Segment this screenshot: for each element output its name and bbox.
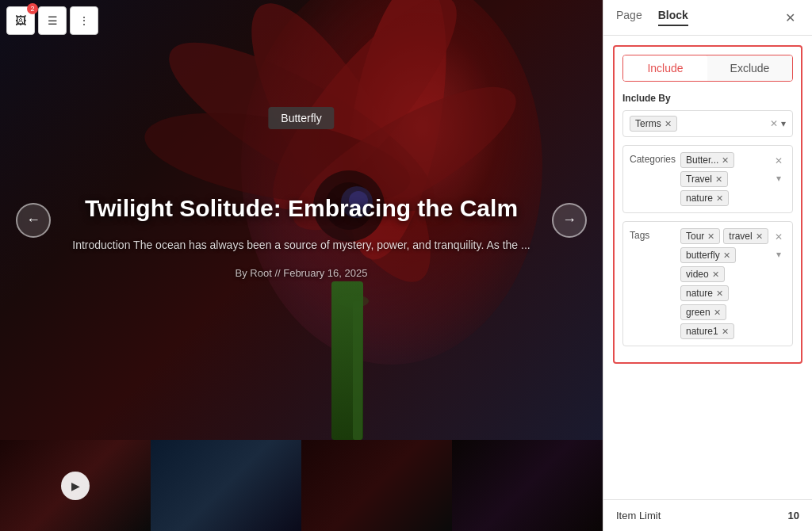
tag-chip-tour[interactable]: Tour ✕ [680, 228, 720, 244]
more-icon: ⋮ [79, 14, 90, 27]
badge-count: 2 [27, 3, 38, 14]
tag-chip-nature-label: nature [686, 288, 713, 299]
next-icon: → [562, 212, 576, 228]
tags-clear-icon[interactable]: ✕ [772, 230, 786, 244]
tag-chip-butterfly-remove[interactable]: ✕ [723, 251, 730, 260]
categories-filter-box: Categories Butter... ✕ Travel ✕ nature ✕ [622, 145, 793, 213]
hero-description: Introduction The ocean has always been a… [72, 236, 530, 254]
tag-chip-travel-remove[interactable]: ✕ [756, 232, 763, 241]
hero-meta: By Root // February 16, 2025 [72, 267, 530, 279]
terms-chip-remove[interactable]: ✕ [665, 120, 672, 128]
hero-title: Twilight Solitude: Embracing the Calm [72, 193, 530, 223]
tag-chip-green-remove[interactable]: ✕ [714, 308, 721, 317]
hero-content: Twilight Solitude: Embracing the Calm In… [9, 193, 593, 278]
terms-chip-label: Terms [635, 118, 661, 129]
thumb-3[interactable] [301, 440, 452, 531]
categories-clear-icon[interactable]: ✕ [772, 154, 786, 168]
tag-chip-nature-remove[interactable]: ✕ [716, 289, 723, 298]
tag-chip-butterfly-label: butterfly [686, 250, 720, 261]
tag-chip-travel[interactable]: travel ✕ [723, 228, 768, 244]
panel-body: Include Exclude Include By Terms ✕ ✕ ▾ C… [603, 36, 812, 499]
tab-block[interactable]: Block [658, 9, 688, 26]
tag-chip-video-label: video [686, 269, 709, 280]
svg-rect-10 [353, 301, 362, 440]
tag-chip-travel-label: travel [729, 231, 752, 242]
tag-chip-butterfly[interactable]: butterfly ✕ [680, 247, 736, 263]
tags-chips-area: Tour ✕ travel ✕ butterfly ✕ video [680, 228, 768, 339]
thumb-2-bg [151, 440, 301, 531]
include-by-dropdown[interactable]: ▾ [781, 118, 786, 129]
include-by-clear[interactable]: ✕ [770, 118, 778, 129]
tag-chip-nature1-remove[interactable]: ✕ [722, 327, 729, 336]
tag-chip-nature1[interactable]: nature1 ✕ [680, 323, 734, 339]
prev-icon: ← [26, 212, 40, 228]
thumb-4-bg [452, 440, 603, 531]
include-by-label: Include By [622, 93, 793, 104]
category-chip-2-label: nature [686, 193, 713, 204]
thumb-2[interactable] [151, 440, 301, 531]
tag-chip-tour-label: Tour [686, 231, 704, 242]
include-exclude-toggle: Include Exclude [622, 55, 793, 82]
thumb-3-bg [301, 440, 452, 531]
category-chip-0-label: Butter... [686, 155, 718, 166]
thumb-1[interactable]: ▶ [0, 440, 151, 531]
terms-chip[interactable]: Terms ✕ [630, 116, 677, 132]
include-by-row: Terms ✕ ✕ ▾ [622, 110, 793, 137]
categories-filter-header: Categories Butter... ✕ Travel ✕ nature ✕ [623, 146, 792, 212]
panel-footer: Item Limit 10 [603, 499, 812, 531]
more-options-btn[interactable]: ⋮ [70, 6, 98, 35]
right-panel: Page Block ✕ Include Exclude Include By … [603, 0, 812, 531]
align-icon-btn[interactable]: ☰ [38, 6, 67, 35]
thumb-4[interactable] [452, 440, 603, 531]
tag-chip-video[interactable]: video ✕ [680, 266, 725, 282]
item-limit-value: 10 [788, 510, 799, 521]
panel-tabs: Page Block [616, 9, 688, 26]
exclude-toggle-btn[interactable]: Exclude [707, 55, 792, 81]
tag-chip-green[interactable]: green ✕ [680, 304, 726, 320]
item-limit-label: Item Limit [616, 510, 661, 521]
left-panel: 🖼 2 ☰ ⋮ [0, 0, 603, 531]
align-icon: ☰ [48, 14, 58, 27]
tag-chip-video-remove[interactable]: ✕ [712, 270, 719, 279]
category-chip-1[interactable]: Travel ✕ [680, 171, 728, 187]
tag-chip-nature1-label: nature1 [686, 326, 718, 337]
categories-label: Categories [630, 152, 677, 165]
hero-area: Butterfly ← → Twilight Solitude: Embraci… [0, 0, 603, 440]
toolbar: 🖼 2 ☰ ⋮ [6, 6, 98, 35]
toolbar-btn-1-wrap: 🖼 2 [6, 6, 35, 35]
play-button[interactable]: ▶ [61, 472, 90, 500]
next-arrow[interactable]: → [552, 203, 587, 238]
tags-filter-box: Tags Tour ✕ travel ✕ butterfly ✕ [622, 221, 793, 346]
panel-header: Page Block ✕ [603, 0, 812, 36]
tag-chip-nature[interactable]: nature ✕ [680, 285, 729, 301]
categories-chips-area: Butter... ✕ Travel ✕ nature ✕ [680, 152, 768, 206]
category-chip-0-remove[interactable]: ✕ [722, 156, 729, 165]
image-icon: 🖼 [15, 14, 26, 27]
tag-chip-tour-remove[interactable]: ✕ [707, 232, 714, 241]
tab-page[interactable]: Page [616, 9, 642, 26]
categories-actions: ✕ ▾ [772, 154, 786, 185]
category-chip-1-label: Travel [686, 174, 712, 185]
svg-point-11 [337, 295, 369, 308]
tags-label: Tags [630, 228, 677, 241]
include-section-box: Include Exclude Include By Terms ✕ ✕ ▾ C… [613, 45, 802, 364]
tags-dropdown-icon[interactable]: ▾ [772, 247, 786, 262]
butterfly-label: Butterfly [268, 107, 334, 129]
image-icon-btn[interactable]: 🖼 2 [6, 6, 35, 35]
include-toggle-btn[interactable]: Include [622, 55, 709, 82]
tag-chip-green-label: green [686, 307, 710, 318]
category-chip-0[interactable]: Butter... ✕ [680, 152, 734, 168]
close-button[interactable]: ✕ [780, 8, 799, 27]
categories-dropdown-icon[interactable]: ▾ [772, 171, 786, 185]
category-chip-1-remove[interactable]: ✕ [715, 175, 722, 184]
tags-filter-header: Tags Tour ✕ travel ✕ butterfly ✕ [623, 222, 792, 346]
category-chip-2[interactable]: nature ✕ [680, 190, 729, 206]
prev-arrow[interactable]: ← [16, 203, 51, 238]
tags-actions: ✕ ▾ [772, 230, 786, 262]
category-chip-2-remove[interactable]: ✕ [716, 194, 723, 203]
thumbnails: ▶ [0, 440, 603, 531]
